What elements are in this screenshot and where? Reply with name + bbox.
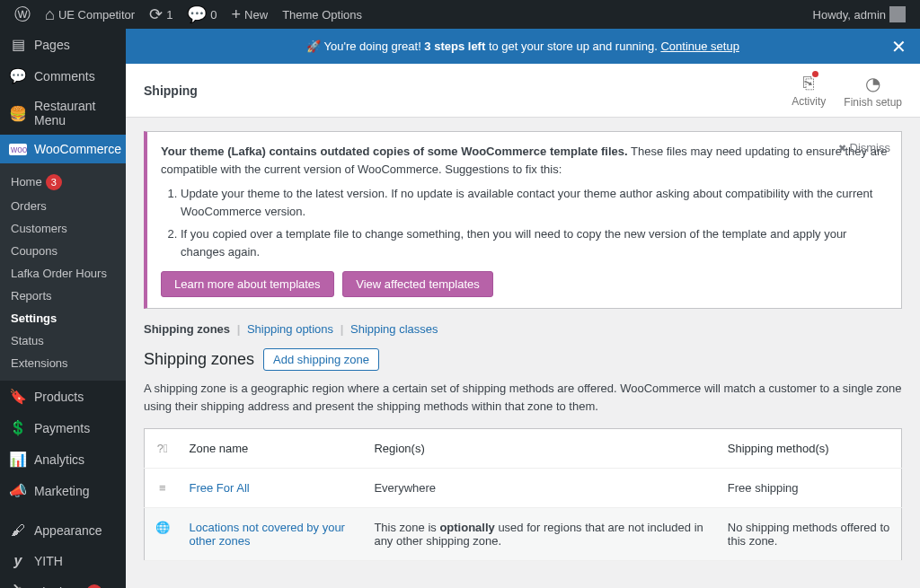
page-header: Shipping ⎘ Activity ◔ Finish setup (126, 64, 920, 118)
theme-options-link[interactable]: Theme Options (275, 0, 369, 29)
shipping-zones-table: ?⃝ Zone name Region(s) Shipping method(s… (144, 428, 902, 561)
zone-method: Free shipping (719, 469, 902, 508)
settings-subnav: Shipping zones | Shipping options | Ship… (144, 322, 902, 336)
comments-link[interactable]: 💬0 (180, 0, 224, 29)
submenu-status[interactable]: Status (0, 329, 126, 352)
submenu-coupons[interactable]: Coupons (0, 240, 126, 262)
submenu-lafka[interactable]: Lafka Order Hours (0, 262, 126, 285)
submenu-orders[interactable]: Orders (0, 195, 126, 217)
notice-list-item: If you copied over a template file to ch… (181, 225, 888, 260)
menu-pages[interactable]: ▤Pages (0, 29, 126, 60)
setup-banner: 🚀 You're doing great! 3 steps left to ge… (126, 29, 920, 64)
submenu-home[interactable]: Home3 (0, 170, 126, 195)
tab-shipping-zones[interactable]: Shipping zones (144, 322, 230, 336)
progress-icon: ◔ (865, 73, 880, 94)
add-shipping-zone-button[interactable]: Add shipping zone (263, 348, 379, 371)
close-icon[interactable]: ✕ (891, 36, 907, 57)
menu-analytics[interactable]: 📊Analytics (0, 443, 126, 475)
plus-icon: + (232, 6, 242, 22)
continue-setup-link[interactable]: Continue setup (660, 39, 739, 53)
help-icon[interactable]: ?⃝ (145, 429, 181, 469)
brush-icon: 🖌 (9, 522, 27, 539)
tab-shipping-options[interactable]: Shipping options (247, 322, 333, 336)
megaphone-icon: 📣 (9, 482, 27, 499)
learn-more-button[interactable]: Learn more about templates (161, 271, 334, 297)
plug-icon: 🔌 (9, 584, 27, 588)
comment-icon: 💬 (187, 6, 207, 22)
tag-icon: 🔖 (9, 388, 27, 405)
zone-method: No shipping methods offered to this zone… (719, 508, 902, 561)
updates-link[interactable]: ⟳1 (142, 0, 180, 29)
site-name-link[interactable]: ⌂UE Competitor (38, 0, 142, 29)
page-title: Shipping (144, 83, 198, 98)
admin-toolbar: ⓦ ⌂UE Competitor ⟳1 💬0 +New Theme Option… (0, 0, 920, 29)
account-link[interactable]: Howdy, admin (806, 0, 913, 29)
yith-icon: y (9, 553, 27, 569)
submenu-reports[interactable]: Reports (0, 285, 126, 307)
finish-setup-button[interactable]: ◔ Finish setup (844, 73, 902, 109)
banner-text: 🚀 You're doing great! 3 steps left to ge… (306, 39, 739, 53)
menu-appearance[interactable]: 🖌Appearance (0, 515, 126, 546)
table-row: ≡ Free For All Everywhere Free shipping (145, 469, 902, 508)
submenu-customers[interactable]: Customers (0, 217, 126, 240)
view-affected-button[interactable]: View affected templates (342, 271, 493, 297)
comment-icon: 💬 (9, 67, 27, 84)
menu-payments[interactable]: 💲Payments (0, 412, 126, 443)
submenu-extensions[interactable]: Extensions (0, 352, 126, 374)
zone-region: This zone is optionally used for regions… (365, 508, 718, 561)
col-method: Shipping method(s) (719, 429, 902, 469)
activity-button[interactable]: ⎘ Activity (792, 73, 826, 109)
refresh-icon: ⟳ (149, 6, 163, 22)
col-zone-name: Zone name (181, 429, 366, 469)
menu-woocommerce[interactable]: wooWooCommerce (0, 135, 126, 163)
woo-icon: woo (9, 144, 27, 155)
menu-icon: 🍔 (9, 105, 27, 122)
main-content: 🚀 You're doing great! 3 steps left to ge… (126, 0, 920, 588)
woocommerce-submenu: Home3 Orders Customers Coupons Lafka Ord… (0, 163, 126, 381)
admin-sidebar: ▤Pages 💬Comments 🍔Restaurant Menu wooWoo… (0, 0, 126, 588)
menu-restaurant[interactable]: 🍔Restaurant Menu (0, 92, 126, 135)
home-badge: 3 (46, 174, 62, 190)
globe-icon: 🌐 (145, 508, 181, 561)
card-icon: 💲 (9, 419, 27, 436)
home-icon: ⌂ (45, 6, 55, 22)
table-row: 🌐 Locations not covered by your other zo… (145, 508, 902, 561)
menu-products[interactable]: 🔖Products (0, 381, 126, 412)
chart-icon: 📊 (9, 451, 27, 468)
submenu-settings[interactable]: Settings (0, 307, 126, 329)
menu-marketing[interactable]: 📣Marketing (0, 475, 126, 506)
tab-shipping-classes[interactable]: Shipping classes (350, 322, 438, 336)
zone-name-link[interactable]: Free For All (190, 481, 250, 495)
section-description: A shipping zone is a geographic region w… (144, 380, 902, 415)
section-title: Shipping zones (144, 350, 254, 369)
menu-plugins[interactable]: 🔌Plugins1 (0, 576, 126, 588)
outdated-templates-notice: Dismiss Your theme (Lafka) contains outd… (144, 131, 902, 309)
zone-name-link[interactable]: Locations not covered by your other zone… (190, 521, 345, 548)
avatar-icon (889, 6, 906, 22)
zone-region: Everywhere (365, 469, 718, 508)
new-content-link[interactable]: +New (225, 0, 276, 29)
menu-yith[interactable]: yYITH (0, 546, 126, 576)
drag-handle-icon[interactable]: ≡ (145, 469, 181, 508)
notice-list-item: Update your theme to the latest version.… (181, 185, 888, 220)
dismiss-button[interactable]: Dismiss (838, 141, 891, 154)
wp-logo[interactable]: ⓦ (7, 0, 38, 29)
menu-comments[interactable]: 💬Comments (0, 60, 126, 92)
col-region: Region(s) (365, 429, 718, 469)
page-icon: ▤ (9, 36, 27, 53)
notification-dot (812, 71, 818, 77)
plugins-badge: 1 (86, 584, 102, 589)
